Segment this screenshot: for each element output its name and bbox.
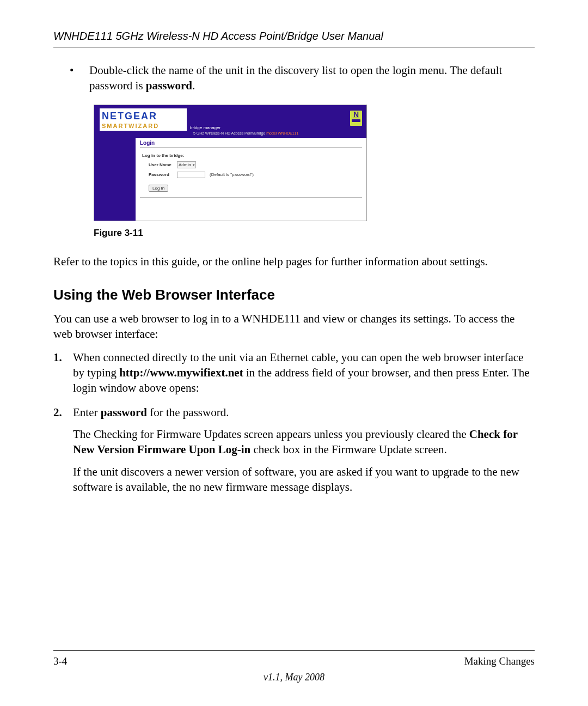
logo-block: NETGEAR SMARTWIZARD xyxy=(100,108,187,131)
n-badge-letter: N xyxy=(353,110,359,119)
step-1: When connected directly to the unit via … xyxy=(53,350,535,396)
header-rule xyxy=(53,47,535,47)
screenshot-sidebar xyxy=(94,138,136,221)
bullet-text-post: . xyxy=(192,79,195,92)
login-button[interactable]: Log In xyxy=(149,185,168,192)
bullet-item: • Double-click the name of the unit in t… xyxy=(70,63,535,94)
running-header: WNHDE111 5GHz Wireless-N HD Access Point… xyxy=(53,30,535,42)
n-badge-bar xyxy=(352,119,360,122)
step1-url: http://www.mywifiext.net xyxy=(119,366,243,379)
screenshot-main: Login Log in to the bridge: User Name Ad… xyxy=(136,138,366,221)
password-label: Password xyxy=(149,172,177,177)
refer-paragraph: Refer to the topics in this guide, or th… xyxy=(53,254,535,269)
step2-bold: password xyxy=(101,406,147,419)
step2-pre: Enter xyxy=(73,406,101,419)
figure-caption: Figure 3-11 xyxy=(94,228,535,239)
device-model: model WNHDE111 xyxy=(266,131,298,135)
n-badge-icon: N xyxy=(350,111,362,126)
footer-rule xyxy=(53,650,535,651)
screenshot-body: Login Log in to the bridge: User Name Ad… xyxy=(94,138,366,221)
password-input[interactable] xyxy=(177,172,205,178)
password-row: Password (Default is "password") xyxy=(149,172,362,178)
bullet-dot: • xyxy=(70,63,89,94)
username-row: User Name Admin xyxy=(149,161,362,168)
step2-para2-pre: The Checking for Firmware Updates screen… xyxy=(73,428,469,441)
footer-section: Making Changes xyxy=(464,655,535,667)
device-description: 5 GHz Wireless-N HD Access Point/Bridge … xyxy=(193,131,298,135)
username-select[interactable]: Admin xyxy=(177,161,196,168)
device-desc-text: 5 GHz Wireless-N HD Access Point/Bridge xyxy=(193,131,266,135)
step2-para3: If the unit discovers a newer version of… xyxy=(73,464,535,495)
smartwizard-label: SMARTWIZARD xyxy=(100,122,187,131)
login-title: Login xyxy=(140,140,362,146)
intro-paragraph: You can use a web browser to log in to a… xyxy=(53,311,535,342)
footer-page-number: 3-4 xyxy=(53,655,67,667)
step-2: Enter password for the password. The Che… xyxy=(53,405,535,495)
login-screenshot: NETGEAR SMARTWIZARD bridge manager 5 GHz… xyxy=(94,105,367,221)
screenshot-header: NETGEAR SMARTWIZARD bridge manager 5 GHz… xyxy=(94,105,366,138)
step2-para2-post: check box in the Firmware Update screen. xyxy=(250,443,446,456)
footer-version: v1.1, May 2008 xyxy=(53,672,535,683)
netgear-logo: NETGEAR xyxy=(100,108,187,122)
section-heading: Using the Web Browser Interface xyxy=(53,287,535,303)
bullet-text: Double-click the name of the unit in the… xyxy=(89,63,535,94)
username-label: User Name xyxy=(149,162,177,167)
step2-para2: The Checking for Firmware Updates screen… xyxy=(73,427,535,458)
step2-post: for the password. xyxy=(147,406,229,419)
steps-list: When connected directly to the unit via … xyxy=(53,350,535,495)
login-prompt: Log in to the bridge: xyxy=(142,153,362,158)
divider xyxy=(140,147,362,148)
bullet-text-bold: password xyxy=(146,79,192,92)
password-hint: (Default is "password") xyxy=(210,172,254,177)
bridge-manager-label: bridge manager xyxy=(190,125,220,130)
divider-bottom xyxy=(140,197,362,198)
page-footer: 3-4 Making Changes v1.1, May 2008 xyxy=(53,650,535,683)
